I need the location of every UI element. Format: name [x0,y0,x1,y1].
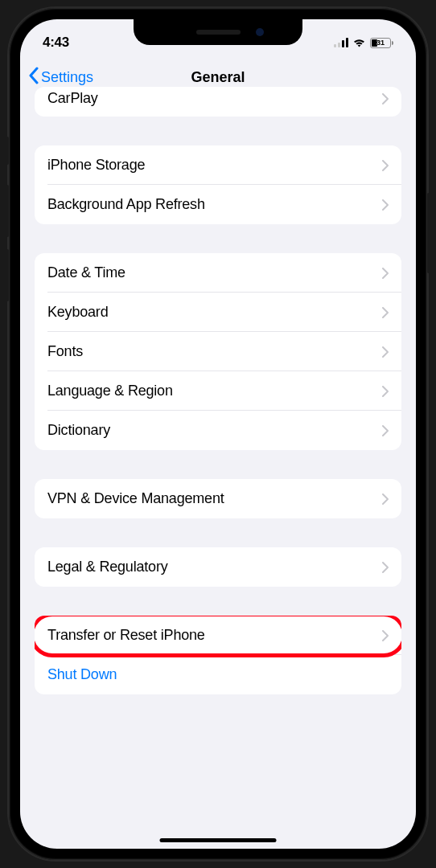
status-time: 4:43 [43,35,69,51]
row-label: iPhone Storage [47,157,145,174]
battery-indicator: 31 [370,38,393,48]
settings-section: Legal & Regulatory [35,547,401,587]
volume-up-button [6,185,9,237]
row-vpn-device-management[interactable]: VPN & Device Management [35,479,401,518]
settings-section: iPhone Storage Background App Refresh [35,145,401,224]
status-indicators: 31 [334,38,393,48]
chevron-right-icon [382,199,389,211]
row-fonts[interactable]: Fonts [35,332,401,371]
row-label: Dictionary [47,422,110,439]
back-label: Settings [41,69,93,86]
chevron-right-icon [382,346,389,358]
row-label: CarPlay [47,90,98,107]
settings-section: VPN & Device Management [35,479,401,518]
front-camera [256,28,264,36]
chevron-right-icon [382,386,389,397]
chevron-right-icon [382,268,389,279]
chevron-right-icon [382,562,389,573]
volume-down-button [6,249,9,301]
svg-rect-1 [338,43,340,47]
phone-frame: 4:43 [9,8,427,860]
page-title: General [191,69,245,86]
mute-switch [6,137,9,165]
svg-rect-3 [346,38,348,47]
settings-section: Date & Time Keyboard Fonts Language & Re… [35,253,401,450]
row-transfer-reset-iphone[interactable]: Transfer or Reset iPhone [35,616,401,655]
power-button [427,193,430,273]
row-background-app-refresh[interactable]: Background App Refresh [35,185,401,224]
wifi-icon [352,38,366,47]
row-shut-down[interactable]: Shut Down [35,655,401,694]
speaker-grille [196,30,241,35]
chevron-right-icon [382,93,389,104]
row-label: Fonts [47,343,83,360]
settings-content[interactable]: CarPlay iPhone Storage Background App Re… [20,87,416,820]
chevron-right-icon [382,493,389,505]
settings-section: CarPlay [35,87,401,117]
battery-percent: 31 [376,39,385,47]
chevron-right-icon [382,307,389,318]
row-label: Language & Region [47,383,173,399]
row-dictionary[interactable]: Dictionary [35,411,401,450]
chevron-left-icon [28,67,39,88]
row-date-time[interactable]: Date & Time [35,253,401,293]
cellular-signal-icon [334,38,348,47]
row-label: Shut Down [47,666,117,683]
row-label: Transfer or Reset iPhone [47,627,205,644]
chevron-right-icon [382,425,389,436]
row-language-region[interactable]: Language & Region [35,371,401,411]
home-indicator[interactable] [160,838,277,842]
row-label: Legal & Regulatory [47,559,168,575]
notch [134,19,302,45]
row-label: Date & Time [47,264,125,281]
chevron-right-icon [382,160,389,171]
row-label: Keyboard [47,304,108,321]
row-carplay[interactable]: CarPlay [35,87,401,117]
row-keyboard[interactable]: Keyboard [35,293,401,332]
svg-rect-0 [334,44,336,47]
chevron-right-icon [382,630,389,641]
row-label: Background App Refresh [47,196,205,213]
svg-rect-2 [342,40,344,47]
back-button[interactable]: Settings [28,67,93,88]
row-label: VPN & Device Management [47,490,224,507]
screen: 4:43 [20,19,416,849]
settings-section: Transfer or Reset iPhone Shut Down [35,616,401,694]
row-iphone-storage[interactable]: iPhone Storage [35,145,401,185]
row-legal-regulatory[interactable]: Legal & Regulatory [35,547,401,587]
